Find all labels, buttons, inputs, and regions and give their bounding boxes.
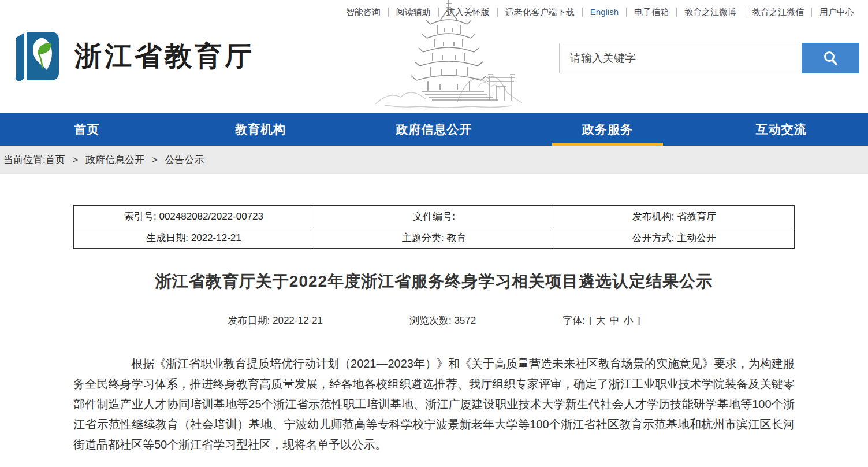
search-input[interactable] [559,43,802,73]
nav-item-interaction[interactable]: 互动交流 [694,113,868,146]
bracket-close: ] [638,315,640,327]
meta-created-date: 生成日期: 2022-12-21 [74,227,314,249]
bracket-open: [ [589,315,592,327]
site-title: 浙江省教育厅 [74,38,255,75]
breadcrumb-gov-info[interactable]: 政府信息公开 [85,154,144,165]
meta-file-number: 文件编号: [314,206,554,227]
page-title: 浙江省教育厅关于2022年度浙江省服务终身学习相关项目遴选认定结果公示 [73,270,795,292]
nav-item-gov-services[interactable]: 政务服务 [521,113,695,146]
table-row: 索引号: 002482082/2022-00723 文件编号: 发布机构: 省教… [74,206,795,227]
topbar-link-user-center[interactable]: 用户中心 [812,8,854,17]
topbar-link-elderly-client[interactable]: 适老化客户端下载 [498,8,583,17]
nav-item-home[interactable]: 首页 [0,113,174,146]
table-row: 生成日期: 2022-12-21 主题分类: 教育 公开方式: 主动公开 [74,227,795,249]
font-size-small[interactable]: 小 [624,314,634,327]
topbar-link-email[interactable]: 电子信箱 [627,8,677,17]
site-header: 智能咨询 阅读辅助 进入关怀版 适老化客户端下载 English 电子信箱 教育… [0,0,868,113]
meta-topic-category: 主题分类: 教育 [314,227,554,249]
topbar-link-care-version[interactable]: 进入关怀版 [439,8,498,17]
breadcrumb: 当前位置:首页 > 政府信息公开 > 公告公示 [0,146,868,174]
article-body: 根据《浙江省职业教育提质培优行动计划（2021—2023年）》和《关于高质量营造… [73,354,795,455]
topbar-link-weibo[interactable]: 教育之江微博 [677,8,744,17]
nav-item-gov-info[interactable]: 政府信息公开 [347,113,521,146]
font-size-label: 字体: [562,314,585,327]
topbar-link-english[interactable]: English [583,8,627,17]
meta-publicity-method: 公开方式: 主动公开 [554,227,795,249]
font-size-medium[interactable]: 中 [610,314,620,327]
main-nav: 首页 教育机构 政府信息公开 政务服务 互动交流 [0,113,868,146]
breadcrumb-separator: > [152,154,158,165]
article-info-bar: 发布日期: 2022-12-21 浏览次数: 3572 字体: [ 大 中 小 … [73,314,795,327]
site-search [559,43,859,73]
breadcrumb-separator: > [72,154,78,165]
font-size-large[interactable]: 大 [596,314,606,327]
breadcrumb-prefix: 当前位置: [3,154,46,165]
meta-index-number: 索引号: 002482082/2022-00723 [74,206,314,227]
book-leaf-logo-icon [9,27,66,86]
font-size-control: 字体: [ 大 中 小 ] [562,314,640,327]
breadcrumb-home[interactable]: 首页 [46,154,65,165]
top-utility-bar: 智能咨询 阅读辅助 进入关怀版 适老化客户端下载 English 电子信箱 教育… [338,8,854,17]
breadcrumb-announcements[interactable]: 公告公示 [165,154,204,165]
nav-item-institutions[interactable]: 教育机构 [174,113,348,146]
meta-publisher: 发布机构: 省教育厅 [554,206,795,227]
topbar-link-smart-consult[interactable]: 智能咨询 [338,8,389,17]
search-icon [822,50,839,66]
view-count: 浏览次数: 3572 [409,314,476,327]
publish-date: 发布日期: 2022-12-21 [228,314,323,327]
site-logo[interactable]: 浙江省教育厅 [9,27,255,86]
document-meta-table: 索引号: 002482082/2022-00723 文件编号: 发布机构: 省教… [73,205,795,249]
search-button[interactable] [802,43,859,73]
article-content: 索引号: 002482082/2022-00723 文件编号: 发布机构: 省教… [73,205,795,455]
topbar-link-reading-aid[interactable]: 阅读辅助 [389,8,439,17]
topbar-link-wechat[interactable]: 教育之江微信 [744,8,812,17]
